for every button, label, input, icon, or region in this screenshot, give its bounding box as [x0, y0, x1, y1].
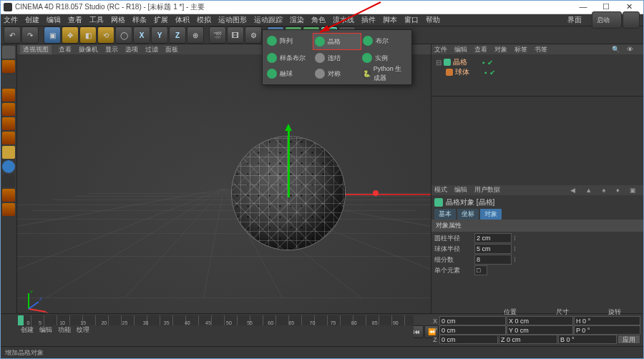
- popup-metaball[interactable]: 融球: [265, 66, 313, 82]
- layout-save-button[interactable]: 启动: [592, 11, 622, 29]
- snap-button[interactable]: [2, 160, 15, 173]
- om-menu-view[interactable]: 查看: [474, 45, 487, 54]
- vp-menu-camera[interactable]: 摄像机: [79, 45, 98, 54]
- mat-menu-edit[interactable]: 编辑: [39, 325, 52, 334]
- om-menu-bookmarks[interactable]: 书签: [535, 45, 547, 54]
- pos-y-input[interactable]: 0 cm: [439, 325, 506, 335]
- vp-menu-view[interactable]: 查看: [59, 45, 72, 54]
- scale-tool[interactable]: ◧: [79, 26, 97, 44]
- popup-python-gen[interactable]: 🐍Python 生成器: [361, 66, 409, 82]
- undo-button[interactable]: ↶: [4, 26, 21, 44]
- poly-mode-button[interactable]: [2, 132, 15, 144]
- rot-p-input[interactable]: P 0 °: [574, 325, 640, 335]
- atom-array-icon: [434, 198, 443, 207]
- subtab-coord[interactable]: 坐标: [457, 209, 479, 220]
- subtab-basic[interactable]: 基本: [434, 209, 456, 220]
- lock-x-button[interactable]: X: [133, 26, 150, 44]
- menu-view[interactable]: 查看: [68, 15, 82, 25]
- recent-tool[interactable]: ◯: [115, 26, 132, 44]
- make-editable-button[interactable]: [2, 46, 15, 59]
- filter-icon[interactable]: 👁: [627, 46, 633, 53]
- point-mode-button[interactable]: [2, 103, 15, 116]
- menu-create[interactable]: 创建: [25, 15, 39, 25]
- pos-x-input[interactable]: 0 cm: [439, 316, 506, 325]
- viewport-solo-button[interactable]: [2, 174, 15, 187]
- menu-pipe[interactable]: 流水线: [333, 15, 354, 25]
- viewport-canvas[interactable]: Y X Z: [17, 54, 431, 320]
- menu-mograph[interactable]: 运动图形: [218, 15, 247, 25]
- axis-y-gizmo[interactable]: [288, 126, 290, 197]
- am-userdata[interactable]: 用户数据: [474, 185, 500, 195]
- tree-item-label[interactable]: 晶格: [453, 57, 467, 67]
- layout-icon[interactable]: [623, 11, 640, 29]
- popup-atom-array[interactable]: 晶格: [313, 33, 361, 50]
- xray-button[interactable]: [2, 189, 15, 202]
- subtab-object[interactable]: 对象: [480, 209, 502, 220]
- minimize-button[interactable]: —: [572, 1, 595, 13]
- menu-ext[interactable]: 扩展: [154, 15, 168, 25]
- menu-sim[interactable]: 模拟: [197, 15, 211, 25]
- lock-z-button[interactable]: Z: [169, 26, 186, 44]
- menu-help[interactable]: 帮助: [426, 15, 440, 25]
- vp-menu-options[interactable]: 选项: [125, 45, 138, 54]
- size-y-input[interactable]: Y 0 cm: [507, 325, 573, 335]
- popup-array[interactable]: 阵列: [265, 33, 313, 49]
- edge-mode-button[interactable]: [2, 117, 15, 130]
- menu-tools[interactable]: 工具: [89, 15, 104, 25]
- popup-connect[interactable]: 连结: [313, 50, 361, 66]
- render-pic-button[interactable]: 🎞: [227, 26, 244, 44]
- menu-script[interactable]: 脚本: [383, 15, 397, 25]
- menu-file[interactable]: 文件: [4, 15, 18, 25]
- search-icon[interactable]: 🔍: [612, 46, 620, 53]
- om-menu-tags[interactable]: 标签: [514, 45, 527, 54]
- popup-symmetry[interactable]: 对称: [313, 66, 361, 82]
- menu-char[interactable]: 角色: [311, 15, 326, 25]
- move-tool[interactable]: ✥: [62, 26, 79, 44]
- menu-track[interactable]: 运动跟踪: [254, 15, 283, 25]
- menu-mesh[interactable]: 网格: [111, 15, 125, 25]
- apply-button[interactable]: 应用: [618, 335, 640, 344]
- axis-button[interactable]: [2, 146, 15, 159]
- vp-menu-filter[interactable]: 过滤: [145, 45, 158, 54]
- pos-z-input[interactable]: 0 cm: [439, 335, 498, 344]
- isoline-button[interactable]: [2, 203, 15, 216]
- coord-sys-button[interactable]: ⊕: [187, 26, 204, 44]
- mat-menu-tex[interactable]: 纹理: [77, 325, 89, 334]
- mat-menu-create[interactable]: 创建: [21, 325, 34, 334]
- vp-menu-display[interactable]: 显示: [105, 45, 118, 54]
- vp-menu-panel[interactable]: 面板: [165, 45, 178, 54]
- svg-line-9: [46, 189, 223, 297]
- model-mode-button[interactable]: [2, 60, 15, 73]
- menu-plugin[interactable]: 插件: [361, 15, 376, 25]
- popup-boole[interactable]: 布尔: [361, 33, 409, 49]
- viewport-tab-active[interactable]: 透视视图: [20, 45, 52, 54]
- menu-render[interactable]: 渲染: [290, 15, 304, 25]
- popup-instance[interactable]: 实例: [361, 50, 409, 66]
- om-menu-edit[interactable]: 编辑: [454, 45, 467, 54]
- select-tool[interactable]: ▣: [44, 26, 61, 44]
- render-settings-button[interactable]: ⚙: [245, 26, 262, 44]
- menu-window[interactable]: 窗口: [404, 15, 419, 25]
- om-menu-object[interactable]: 对象: [494, 45, 507, 54]
- workplane-button[interactable]: [2, 89, 15, 102]
- rotate-tool[interactable]: ⟲: [97, 26, 114, 44]
- object-tree[interactable]: ⊟ 晶格 ▪ ✔ 球体 ▪ ✔: [431, 54, 643, 97]
- popup-spline-mask[interactable]: 样条布尔: [265, 50, 313, 66]
- render-view-button[interactable]: 🎬: [209, 26, 226, 44]
- lock-y-button[interactable]: Y: [151, 26, 168, 44]
- redo-button[interactable]: ↷: [21, 26, 39, 44]
- om-menu-file[interactable]: 文件: [434, 45, 447, 54]
- rot-b-input[interactable]: B 0 °: [558, 335, 617, 344]
- size-z-input[interactable]: Z 0 cm: [499, 335, 557, 344]
- menu-volume[interactable]: 体积: [175, 15, 190, 25]
- mat-menu-func[interactable]: 功能: [58, 325, 71, 334]
- menu-edit[interactable]: 编辑: [47, 15, 61, 25]
- texture-mode-button[interactable]: [2, 74, 15, 87]
- tree-child-label[interactable]: 球体: [455, 67, 469, 77]
- rot-h-input[interactable]: H 0 °: [574, 316, 640, 325]
- size-x-input[interactable]: X 0 cm: [507, 316, 573, 325]
- am-edit[interactable]: 编辑: [454, 185, 467, 195]
- am-nav-icons[interactable]: ◀ ▲ ♠ ♦ ▣: [570, 187, 640, 194]
- menu-spline[interactable]: 样条: [132, 15, 147, 25]
- am-mode[interactable]: 模式: [434, 185, 447, 195]
